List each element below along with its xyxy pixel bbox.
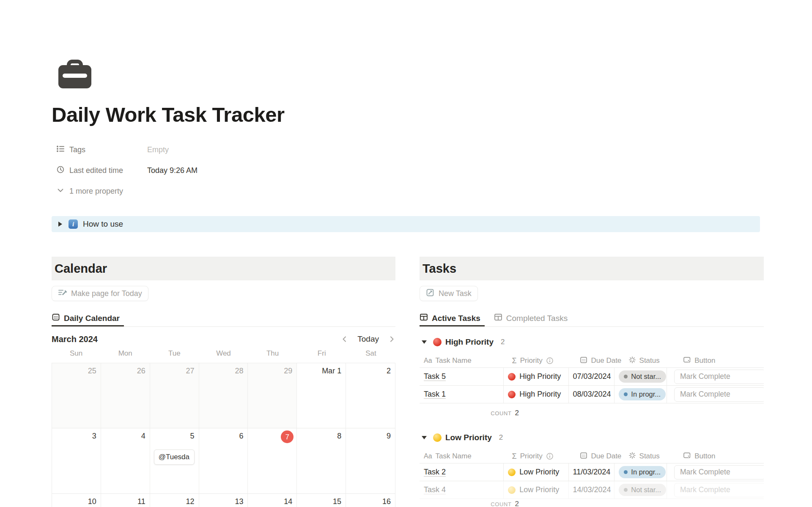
property-value-tags[interactable]: Empty <box>147 145 169 154</box>
table-row: Task 4Low Priority14/03/2024Not star...M… <box>420 481 764 499</box>
button-cell[interactable]: Mark Complete <box>667 463 764 481</box>
status-badge[interactable]: In progr... <box>619 466 666 478</box>
priority-cell[interactable]: High Priority <box>503 368 568 385</box>
priority-cell[interactable]: Low Priority <box>503 463 568 481</box>
due-date-cell[interactable]: 08/03/2024 <box>568 386 614 403</box>
status-badge[interactable]: In progr... <box>619 388 666 400</box>
how-to-use-toggle[interactable]: i How to use <box>52 216 760 232</box>
info-emoji: i <box>69 219 78 229</box>
day-number: 12 <box>186 497 195 506</box>
chevron-right-icon[interactable] <box>388 335 395 343</box>
calendar-day-cell[interactable]: 12 <box>150 494 199 507</box>
calendar-day-cell[interactable]: 8 <box>297 428 346 494</box>
more-properties-toggle[interactable]: 1 more property <box>56 185 812 198</box>
today-button[interactable]: Today <box>357 334 379 344</box>
mark-complete-button[interactable]: Mark Complete <box>674 387 764 402</box>
status-badge[interactable]: Not star... <box>619 484 666 496</box>
new-task-button[interactable]: New Task <box>420 286 478 301</box>
calendar-day-cell[interactable]: 3 <box>52 428 101 494</box>
column-label: Button <box>694 452 715 460</box>
month-label: March 2024 <box>52 334 98 344</box>
calendar-day-cell[interactable]: 6 <box>199 428 248 494</box>
calendar-day-cell[interactable]: 27 <box>150 363 199 428</box>
calendar-day-cell[interactable]: 25 <box>52 363 101 428</box>
calendar-day-cell[interactable]: 9 <box>346 428 395 494</box>
make-page-for-today-button[interactable]: Make page for Today <box>52 286 148 301</box>
button-cell[interactable]: Mark Complete <box>667 368 764 385</box>
calendar-day-cell[interactable]: 11 <box>101 494 150 507</box>
calendar-day-cell[interactable]: 13 <box>199 494 248 507</box>
weekday-label: Thu <box>248 349 297 359</box>
property-row-last-edited[interactable]: Last edited time Today 9:26 AM <box>56 164 812 177</box>
status-cell[interactable]: Not star... <box>614 481 667 499</box>
task-page-link[interactable]: Task 4 <box>424 485 446 494</box>
group-count-footer: COUNT2 <box>420 405 521 421</box>
column-header-task[interactable]: AaTask Name <box>420 449 508 463</box>
tab-active-tasks[interactable]: Active Tasks <box>420 310 485 326</box>
priority-value: High Priority <box>519 390 561 399</box>
task-page-link[interactable]: Task 2 <box>424 468 446 477</box>
column-header-status[interactable]: Status <box>624 354 679 367</box>
chevron-left-icon[interactable] <box>341 335 348 343</box>
due-date-cell[interactable]: 07/03/2024 <box>568 368 614 385</box>
priority-cell[interactable]: High Priority <box>503 386 568 403</box>
calendar-day-cell[interactable]: 29 <box>248 363 297 428</box>
column-header-status[interactable]: Status <box>624 449 679 463</box>
calendar-day-cell[interactable]: 14 <box>248 494 297 507</box>
calendar-day-cell[interactable]: 28 <box>199 363 248 428</box>
due-date-cell[interactable]: 14/03/2024 <box>568 481 614 499</box>
day-number: 14 <box>284 497 292 506</box>
property-value-last-edited[interactable]: Today 9:26 AM <box>147 166 198 175</box>
button-cell[interactable]: Mark Complete <box>667 386 764 403</box>
button-icon <box>683 356 691 366</box>
calendar-section-title: Calendar <box>55 262 107 276</box>
column-header-pri[interactable]: ΣPriority <box>508 449 576 463</box>
calendar-day-cell[interactable]: 26 <box>101 363 150 428</box>
task-page-link[interactable]: Task 1 <box>424 390 446 399</box>
status-cell[interactable]: In progr... <box>614 386 667 403</box>
column-header-due[interactable]: Due Date <box>576 449 624 463</box>
task-name-cell[interactable]: Task 2 <box>420 463 503 481</box>
mark-complete-button[interactable]: Mark Complete <box>674 370 764 384</box>
calendar-day-cell[interactable]: 5@Tuesda <box>150 428 199 494</box>
toggle-triangle-icon[interactable] <box>58 222 62 227</box>
group-name: High Priority <box>445 337 494 347</box>
mark-complete-button[interactable]: Mark Complete <box>674 465 764 480</box>
group-toggle-icon[interactable] <box>422 436 427 439</box>
property-row-tags[interactable]: Tags Empty <box>56 143 812 156</box>
button-cell[interactable]: Mark Complete <box>667 481 764 499</box>
calendar-day-cell[interactable]: 10 <box>52 494 101 507</box>
task-page-link[interactable]: Task 5 <box>424 372 446 381</box>
task-name-cell[interactable]: Task 1 <box>420 386 503 403</box>
calendar-day-cell[interactable]: 2 <box>346 363 395 428</box>
calendar-event-chip[interactable]: @Tuesda <box>154 449 195 465</box>
status-cell[interactable]: Not star... <box>614 368 667 385</box>
task-name-cell[interactable]: Task 4 <box>420 481 503 499</box>
notion-page: Daily Work Task Tracker Tags Empty <box>0 60 812 507</box>
mark-complete-button[interactable]: Mark Complete <box>674 483 764 497</box>
day-number: 29 <box>284 367 292 375</box>
calendar-day-cell[interactable]: 7 <box>248 428 297 494</box>
calendar-day-cell[interactable]: Mar 1 <box>297 363 346 428</box>
status-badge[interactable]: Not star... <box>619 370 666 383</box>
calendar-day-cell[interactable]: 4 <box>101 428 150 494</box>
calendar-day-cell[interactable]: 16 <box>346 494 395 507</box>
tab-daily-calendar[interactable]: Daily Calendar <box>52 310 124 326</box>
status-dot <box>624 470 628 474</box>
column-header-pri[interactable]: ΣPriority <box>508 354 576 367</box>
column-header-task[interactable]: AaTask Name <box>420 354 508 367</box>
tasks-section: Tasks New Task <box>420 257 764 507</box>
task-name-cell[interactable]: Task 5 <box>420 368 503 385</box>
column-header-btn[interactable]: Button <box>679 449 764 463</box>
day-number: 13 <box>235 497 243 506</box>
group-toggle-icon[interactable] <box>422 340 427 344</box>
briefcase-icon[interactable] <box>58 60 91 88</box>
property-label: Tags <box>69 145 85 154</box>
column-header-due[interactable]: Due Date <box>576 354 624 367</box>
column-header-btn[interactable]: Button <box>679 354 764 367</box>
priority-cell[interactable]: Low Priority <box>503 481 568 499</box>
due-date-cell[interactable]: 11/03/2024 <box>568 463 614 481</box>
status-cell[interactable]: In progr... <box>614 463 667 481</box>
tab-completed-tasks[interactable]: Completed Tasks <box>493 310 572 326</box>
calendar-day-cell[interactable]: 15 <box>297 494 346 507</box>
